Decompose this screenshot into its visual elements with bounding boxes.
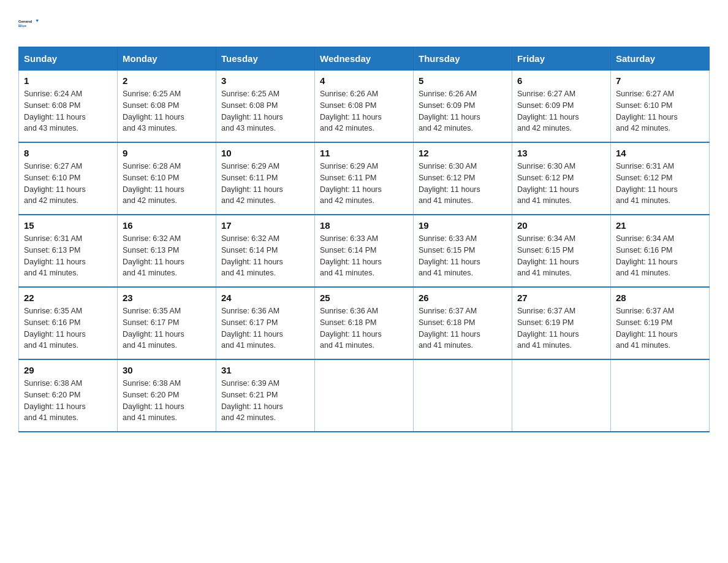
day-number: 14	[616, 148, 704, 158]
calendar-cell: 18Sunrise: 6:33 AMSunset: 6:14 PMDayligh…	[315, 215, 414, 287]
calendar-cell: 12Sunrise: 6:30 AMSunset: 6:12 PMDayligh…	[414, 142, 512, 215]
calendar-cell: 22Sunrise: 6:35 AMSunset: 6:16 PMDayligh…	[19, 287, 118, 359]
day-info: Sunrise: 6:32 AMSunset: 6:13 PMDaylight:…	[123, 233, 211, 279]
day-info: Sunrise: 6:29 AMSunset: 6:11 PMDaylight:…	[221, 161, 309, 207]
calendar-cell: 6Sunrise: 6:27 AMSunset: 6:09 PMDaylight…	[512, 71, 611, 143]
calendar-cell: 8Sunrise: 6:27 AMSunset: 6:10 PMDaylight…	[19, 142, 118, 215]
day-info: Sunrise: 6:30 AMSunset: 6:12 PMDaylight:…	[419, 161, 507, 207]
page-header: GeneralBlue	[18, 12, 710, 34]
calendar-cell: 30Sunrise: 6:38 AMSunset: 6:20 PMDayligh…	[118, 359, 216, 432]
calendar-week-row: 1Sunrise: 6:24 AMSunset: 6:08 PMDaylight…	[19, 71, 710, 143]
calendar-cell: 19Sunrise: 6:33 AMSunset: 6:15 PMDayligh…	[414, 215, 512, 287]
calendar-table: SundayMondayTuesdayWednesdayThursdayFrid…	[18, 47, 710, 432]
calendar-cell: 15Sunrise: 6:31 AMSunset: 6:13 PMDayligh…	[19, 215, 118, 287]
calendar-cell: 26Sunrise: 6:37 AMSunset: 6:18 PMDayligh…	[414, 287, 512, 359]
day-number: 12	[419, 148, 507, 158]
day-number: 13	[517, 148, 605, 158]
day-number: 25	[320, 293, 408, 303]
day-of-week-thursday: Thursday	[414, 47, 512, 71]
day-number: 23	[123, 293, 211, 303]
day-of-week-monday: Monday	[118, 47, 216, 71]
day-number: 16	[123, 220, 211, 231]
calendar-cell: 3Sunrise: 6:25 AMSunset: 6:08 PMDaylight…	[216, 71, 315, 143]
svg-marker-1	[36, 20, 39, 22]
day-number: 22	[24, 293, 112, 303]
day-number: 27	[517, 293, 605, 303]
day-info: Sunrise: 6:36 AMSunset: 6:17 PMDaylight:…	[221, 305, 309, 351]
day-number: 31	[221, 365, 309, 375]
calendar-cell: 17Sunrise: 6:32 AMSunset: 6:14 PMDayligh…	[216, 215, 315, 287]
day-info: Sunrise: 6:26 AMSunset: 6:09 PMDaylight:…	[419, 88, 507, 134]
calendar-cell: 21Sunrise: 6:34 AMSunset: 6:16 PMDayligh…	[611, 215, 710, 287]
day-info: Sunrise: 6:35 AMSunset: 6:16 PMDaylight:…	[24, 305, 112, 351]
day-info: Sunrise: 6:37 AMSunset: 6:19 PMDaylight:…	[517, 305, 605, 351]
day-info: Sunrise: 6:25 AMSunset: 6:08 PMDaylight:…	[221, 88, 309, 134]
day-info: Sunrise: 6:27 AMSunset: 6:10 PMDaylight:…	[616, 88, 704, 134]
calendar-cell: 1Sunrise: 6:24 AMSunset: 6:08 PMDaylight…	[19, 71, 118, 143]
day-info: Sunrise: 6:31 AMSunset: 6:12 PMDaylight:…	[616, 161, 704, 207]
day-number: 10	[221, 148, 309, 158]
day-info: Sunrise: 6:26 AMSunset: 6:08 PMDaylight:…	[320, 88, 408, 134]
day-info: Sunrise: 6:24 AMSunset: 6:08 PMDaylight:…	[24, 88, 112, 134]
calendar-cell	[315, 359, 414, 432]
calendar-week-row: 15Sunrise: 6:31 AMSunset: 6:13 PMDayligh…	[19, 215, 710, 287]
day-info: Sunrise: 6:27 AMSunset: 6:09 PMDaylight:…	[517, 88, 605, 134]
calendar-cell: 27Sunrise: 6:37 AMSunset: 6:19 PMDayligh…	[512, 287, 611, 359]
day-info: Sunrise: 6:33 AMSunset: 6:15 PMDaylight:…	[419, 233, 507, 279]
day-number: 7	[616, 75, 704, 86]
day-of-week-sunday: Sunday	[19, 47, 118, 71]
day-of-week-tuesday: Tuesday	[216, 47, 315, 71]
calendar-header-row: SundayMondayTuesdayWednesdayThursdayFrid…	[19, 47, 710, 71]
day-of-week-saturday: Saturday	[611, 47, 710, 71]
day-number: 4	[320, 75, 408, 86]
logo-icon: GeneralBlue	[18, 12, 40, 34]
day-info: Sunrise: 6:33 AMSunset: 6:14 PMDaylight:…	[320, 233, 408, 279]
calendar-cell	[512, 359, 611, 432]
day-info: Sunrise: 6:31 AMSunset: 6:13 PMDaylight:…	[24, 233, 112, 279]
calendar-cell: 24Sunrise: 6:36 AMSunset: 6:17 PMDayligh…	[216, 287, 315, 359]
day-number: 30	[123, 365, 211, 375]
day-number: 15	[24, 220, 112, 231]
day-number: 11	[320, 148, 408, 158]
day-info: Sunrise: 6:38 AMSunset: 6:20 PMDaylight:…	[24, 378, 112, 424]
calendar-cell: 20Sunrise: 6:34 AMSunset: 6:15 PMDayligh…	[512, 215, 611, 287]
day-info: Sunrise: 6:39 AMSunset: 6:21 PMDaylight:…	[221, 378, 309, 424]
calendar-cell: 14Sunrise: 6:31 AMSunset: 6:12 PMDayligh…	[611, 142, 710, 215]
calendar-cell: 2Sunrise: 6:25 AMSunset: 6:08 PMDaylight…	[118, 71, 216, 143]
day-of-week-friday: Friday	[512, 47, 611, 71]
day-info: Sunrise: 6:37 AMSunset: 6:18 PMDaylight:…	[419, 305, 507, 351]
day-info: Sunrise: 6:27 AMSunset: 6:10 PMDaylight:…	[24, 161, 112, 207]
calendar-cell	[611, 359, 710, 432]
calendar-week-row: 29Sunrise: 6:38 AMSunset: 6:20 PMDayligh…	[19, 359, 710, 432]
calendar-cell: 7Sunrise: 6:27 AMSunset: 6:10 PMDaylight…	[611, 71, 710, 143]
day-info: Sunrise: 6:25 AMSunset: 6:08 PMDaylight:…	[123, 88, 211, 134]
calendar-cell: 23Sunrise: 6:35 AMSunset: 6:17 PMDayligh…	[118, 287, 216, 359]
day-number: 8	[24, 148, 112, 158]
calendar-week-row: 8Sunrise: 6:27 AMSunset: 6:10 PMDaylight…	[19, 142, 710, 215]
day-number: 20	[517, 220, 605, 231]
logo: GeneralBlue	[18, 12, 40, 34]
calendar-cell: 28Sunrise: 6:37 AMSunset: 6:19 PMDayligh…	[611, 287, 710, 359]
day-info: Sunrise: 6:28 AMSunset: 6:10 PMDaylight:…	[123, 161, 211, 207]
calendar-cell	[414, 359, 512, 432]
calendar-cell: 29Sunrise: 6:38 AMSunset: 6:20 PMDayligh…	[19, 359, 118, 432]
day-info: Sunrise: 6:35 AMSunset: 6:17 PMDaylight:…	[123, 305, 211, 351]
svg-text:Blue: Blue	[18, 24, 27, 28]
day-of-week-wednesday: Wednesday	[315, 47, 414, 71]
svg-text:General: General	[18, 20, 32, 23]
day-info: Sunrise: 6:29 AMSunset: 6:11 PMDaylight:…	[320, 161, 408, 207]
calendar-cell: 10Sunrise: 6:29 AMSunset: 6:11 PMDayligh…	[216, 142, 315, 215]
calendar-cell: 11Sunrise: 6:29 AMSunset: 6:11 PMDayligh…	[315, 142, 414, 215]
day-number: 1	[24, 75, 112, 86]
day-number: 5	[419, 75, 507, 86]
day-info: Sunrise: 6:36 AMSunset: 6:18 PMDaylight:…	[320, 305, 408, 351]
day-number: 17	[221, 220, 309, 231]
day-number: 3	[221, 75, 309, 86]
day-info: Sunrise: 6:34 AMSunset: 6:15 PMDaylight:…	[517, 233, 605, 279]
calendar-cell: 4Sunrise: 6:26 AMSunset: 6:08 PMDaylight…	[315, 71, 414, 143]
day-info: Sunrise: 6:32 AMSunset: 6:14 PMDaylight:…	[221, 233, 309, 279]
day-info: Sunrise: 6:34 AMSunset: 6:16 PMDaylight:…	[616, 233, 704, 279]
calendar-cell: 31Sunrise: 6:39 AMSunset: 6:21 PMDayligh…	[216, 359, 315, 432]
calendar-cell: 25Sunrise: 6:36 AMSunset: 6:18 PMDayligh…	[315, 287, 414, 359]
day-info: Sunrise: 6:37 AMSunset: 6:19 PMDaylight:…	[616, 305, 704, 351]
